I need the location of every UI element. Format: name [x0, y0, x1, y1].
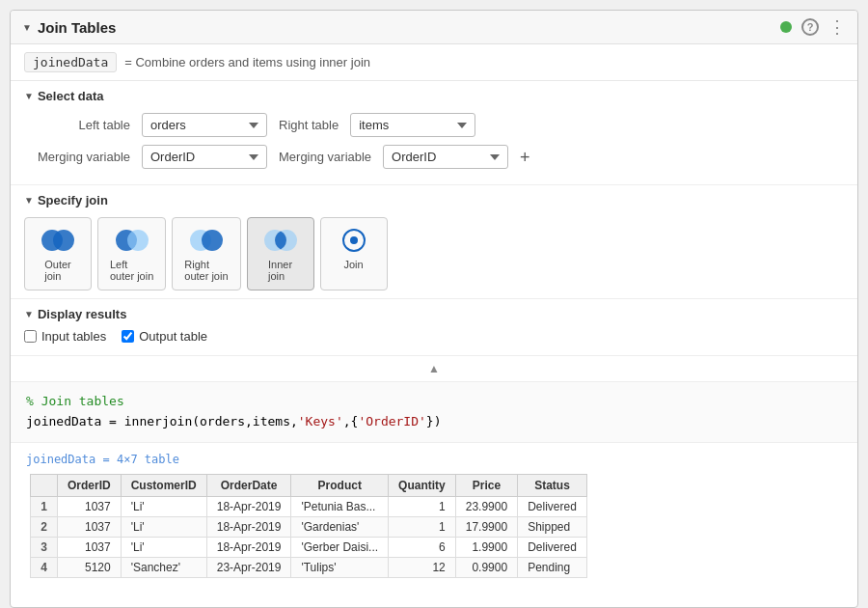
- right-outer-join-icon: [187, 226, 226, 255]
- input-tables-checkbox-label[interactable]: Input tables: [24, 329, 106, 344]
- output-table-checkbox-label[interactable]: Output table: [122, 329, 207, 344]
- code-eq: =: [109, 414, 124, 428]
- add-merge-variable-button[interactable]: +: [520, 149, 530, 166]
- cell-status: Delivered: [518, 496, 587, 516]
- output-table-text: Output table: [139, 329, 207, 344]
- table-row: 2 1037 'Li' 18-Apr-2019 'Gardenias' 1 17…: [31, 516, 587, 537]
- result-table: OrderID CustomerID OrderDate Product Qua…: [30, 474, 587, 578]
- description-text: = Combine orders and items using inner j…: [124, 55, 370, 69]
- cell-customerid: 'Li': [121, 516, 206, 537]
- section-arrow-icon: ▼: [24, 91, 34, 101]
- select-data-header[interactable]: ▼ Select data: [24, 89, 844, 103]
- cell-price: 1.9900: [455, 537, 517, 557]
- code-main-line: joinedData = innerjoin(orders,items,'Key…: [26, 412, 842, 432]
- section-arrow-icon: ▼: [24, 195, 34, 206]
- cell-quantity: 1: [389, 496, 456, 516]
- col-header-quantity: Quantity: [389, 474, 456, 496]
- header-right: ? ⋮: [780, 18, 846, 36]
- main-panel: ▼ Join Tables ? ⋮ joinedData = Combine o…: [10, 10, 858, 608]
- more-options-icon[interactable]: ⋮: [828, 18, 846, 36]
- col-header-product: Product: [291, 474, 389, 496]
- panel-header: ▼ Join Tables ? ⋮: [11, 11, 857, 44]
- join-button[interactable]: Join: [320, 217, 388, 290]
- input-tables-text: Input tables: [41, 329, 106, 344]
- right-outer-join-button[interactable]: Rightouter join: [172, 217, 240, 290]
- description-bar: joinedData = Combine orders and items us…: [11, 44, 857, 81]
- col-header-price: Price: [455, 474, 517, 496]
- code-keys-string: 'Keys': [298, 414, 343, 428]
- cell-orderid: 5120: [58, 557, 122, 577]
- cell-orderid: 1037: [58, 537, 122, 557]
- result-var: joinedData: [26, 453, 95, 466]
- col-header-orderid: OrderID: [58, 474, 122, 496]
- cell-quantity: 12: [389, 557, 456, 577]
- table-row: 1 1037 'Li' 18-Apr-2019 'Petunia Bas... …: [31, 496, 587, 516]
- cell-orderdate: 18-Apr-2019: [206, 496, 291, 516]
- header-left: ▼ Join Tables: [22, 19, 116, 36]
- inner-join-label: Innerjoin: [268, 259, 292, 282]
- cell-orderdate: 18-Apr-2019: [206, 537, 291, 557]
- svg-point-3: [127, 230, 149, 251]
- cell-price: 17.9900: [455, 516, 517, 537]
- table-selection-row: Left table orders items Right table item…: [24, 113, 844, 137]
- panel-title: Join Tables: [38, 19, 116, 36]
- specify-join-header[interactable]: ▼ Specify join: [24, 193, 844, 207]
- select-data-label: Select data: [38, 89, 104, 103]
- code-close: }): [426, 414, 442, 428]
- left-outer-join-icon: [113, 226, 151, 255]
- left-table-select[interactable]: orders items: [142, 113, 267, 137]
- join-label: Join: [343, 259, 363, 270]
- inner-join-button[interactable]: Innerjoin: [247, 217, 314, 290]
- output-variable-name: joinedData: [24, 52, 117, 72]
- right-table-select[interactable]: items orders: [350, 113, 475, 137]
- right-table-label: Right table: [279, 118, 339, 132]
- table-header-row: OrderID CustomerID OrderDate Product Qua…: [31, 474, 587, 496]
- code-orderid-string: 'OrderID': [358, 414, 425, 428]
- svg-point-1: [53, 230, 74, 251]
- left-merge-label: Merging variable: [24, 150, 130, 164]
- cell-product: 'Petunia Bas...: [291, 496, 389, 516]
- divider-arrow: ▲: [11, 356, 857, 382]
- col-header-orderdate: OrderDate: [206, 474, 291, 496]
- status-indicator: [780, 21, 792, 33]
- cell-product: 'Gardenias': [291, 516, 389, 537]
- inner-join-icon: [261, 226, 300, 255]
- right-outer-join-label: Rightouter join: [184, 259, 228, 282]
- cell-price: 23.9900: [455, 496, 517, 516]
- cell-rownum: 1: [31, 496, 58, 516]
- result-label: joinedData = 4×7 table: [26, 453, 842, 466]
- section-arrow-icon: ▼: [24, 309, 34, 319]
- select-data-section: ▼ Select data Left table orders items Ri…: [11, 81, 857, 185]
- svg-point-9: [350, 236, 358, 244]
- display-options-row: Input tables Output table: [24, 329, 844, 344]
- help-icon[interactable]: ?: [801, 18, 819, 36]
- output-table-checkbox[interactable]: [122, 330, 134, 343]
- right-merge-select[interactable]: OrderID CustomerID: [383, 145, 508, 169]
- input-tables-checkbox[interactable]: [24, 330, 37, 343]
- code-comment-line: % Join tables: [26, 392, 842, 412]
- cell-product: 'Tulips': [291, 557, 389, 577]
- col-header-customerid: CustomerID: [121, 474, 206, 496]
- specify-join-section: ▼ Specify join Outerjoin Leftouter join: [11, 185, 857, 299]
- specify-join-label: Specify join: [38, 193, 108, 207]
- cell-orderdate: 18-Apr-2019: [206, 516, 291, 537]
- display-results-header[interactable]: ▼ Display results: [24, 307, 844, 321]
- col-header-status: Status: [518, 474, 587, 496]
- left-merge-select[interactable]: OrderID CustomerID: [142, 145, 267, 169]
- cell-product: 'Gerber Daisi...: [291, 537, 389, 557]
- outer-join-button[interactable]: Outerjoin: [24, 217, 92, 290]
- display-results-section: ▼ Display results Input tables Output ta…: [11, 299, 857, 356]
- result-section: joinedData = 4×7 table OrderID CustomerI…: [11, 443, 857, 588]
- cell-orderid: 1037: [58, 496, 122, 516]
- cell-quantity: 1: [389, 516, 456, 537]
- cell-customerid: 'Sanchez': [121, 557, 206, 577]
- cell-rownum: 4: [31, 557, 58, 577]
- table-row: 4 5120 'Sanchez' 23-Apr-2019 'Tulips' 12…: [31, 557, 587, 577]
- cell-rownum: 3: [31, 537, 58, 557]
- display-results-label: Display results: [38, 307, 127, 321]
- cell-quantity: 6: [389, 537, 456, 557]
- left-outer-join-button[interactable]: Leftouter join: [97, 217, 166, 290]
- svg-point-5: [202, 230, 223, 251]
- col-header-rownum: [31, 474, 58, 496]
- collapse-arrow-icon[interactable]: ▼: [22, 22, 32, 33]
